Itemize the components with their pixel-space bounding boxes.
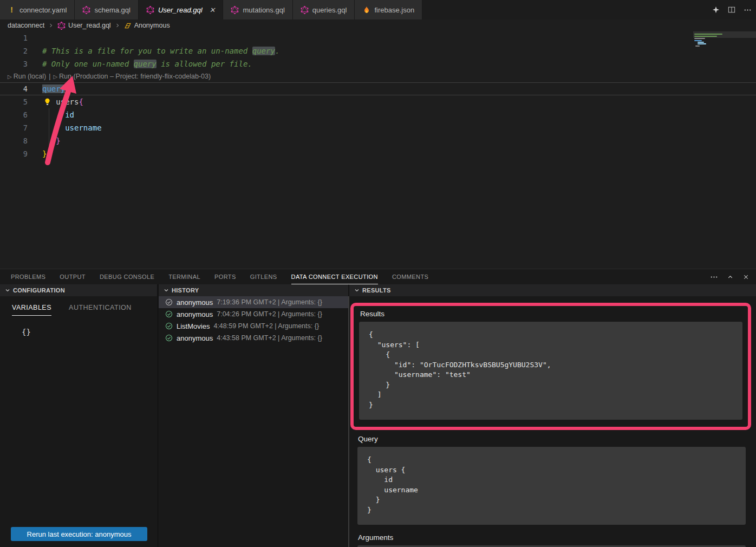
line-number: 5 bbox=[0, 95, 35, 108]
code-line-8[interactable]: 8 } bbox=[0, 134, 756, 147]
close-panel-icon[interactable] bbox=[742, 274, 750, 281]
variables-value[interactable]: {} bbox=[22, 328, 157, 336]
graphql-icon bbox=[301, 6, 309, 14]
tab-queries-gql[interactable]: queries.gql bbox=[293, 0, 355, 19]
check-circle-icon bbox=[165, 334, 173, 342]
breadcrumb-item-user_read-gql[interactable]: User_read.gql bbox=[57, 22, 111, 30]
minimap-mark bbox=[694, 38, 705, 39]
code-line-1[interactable]: 1 bbox=[0, 31, 756, 44]
breadcrumb-item-anonymous[interactable]: Anonymous bbox=[124, 22, 170, 29]
codelens: ▷Run (local)|▷Run (Production – Project:… bbox=[0, 70, 756, 82]
config-tab-variables[interactable]: VARIABLES bbox=[12, 304, 51, 316]
query-code: { users { id username } } bbox=[367, 455, 736, 515]
config-tab-authentication[interactable]: AUTHENTICATION bbox=[69, 304, 132, 316]
close-icon[interactable]: ✕ bbox=[210, 6, 216, 14]
rerun-button[interactable]: Rerun last execution: anonymous bbox=[11, 527, 147, 541]
execution-name: anonymous bbox=[177, 310, 213, 318]
editor-tab-bar: !connector.yamlschema.gqlUser_read.gql✕m… bbox=[0, 0, 756, 19]
panel-tab-gitlens[interactable]: GITLENS bbox=[250, 269, 277, 284]
tab-label: queries.gql bbox=[312, 6, 347, 14]
chevron-down-icon bbox=[163, 287, 170, 294]
tab-connector-yaml[interactable]: !connector.yaml bbox=[0, 0, 75, 19]
run-production-link[interactable]: Run (Production – Project: friendly-flix… bbox=[59, 73, 211, 80]
panel-tab-ports[interactable]: PORTS bbox=[214, 269, 236, 284]
tab-firebase-json[interactable]: firebase.json bbox=[355, 0, 422, 19]
arguments-label: Arguments bbox=[358, 533, 756, 542]
configuration-section-header[interactable]: CONFIGURATION bbox=[0, 284, 159, 296]
line-number: 2 bbox=[0, 44, 35, 57]
code-text: users{ bbox=[35, 95, 83, 108]
tab-label: connector.yaml bbox=[19, 6, 67, 14]
history-item[interactable]: anonymous7:04:26 PM GMT+2 | Arguments: {… bbox=[159, 308, 348, 320]
results-panel: Results { "users": [ { "id": "OrTucFODZH… bbox=[349, 296, 756, 547]
configuration-panel: VARIABLESAUTHENTICATION {} Rerun last ex… bbox=[0, 296, 159, 547]
execution-name: anonymous bbox=[177, 334, 213, 342]
panel-tab-data-connect-execution[interactable]: DATA CONNECT EXECUTION bbox=[291, 269, 378, 284]
line-number: 6 bbox=[0, 108, 35, 121]
code-line-5[interactable]: 5 users{ bbox=[0, 95, 756, 108]
results-title: RESULTS bbox=[362, 287, 391, 294]
code-text: # Only one un-named query is allowed per… bbox=[35, 57, 252, 70]
check-circle-icon bbox=[165, 322, 173, 330]
code-line-6[interactable]: 6 id bbox=[0, 108, 756, 121]
flame-icon bbox=[362, 6, 370, 14]
graphql-icon bbox=[82, 6, 90, 14]
panel-tab-debug-console[interactable]: DEBUG CONSOLE bbox=[100, 269, 154, 284]
code-text: } bbox=[35, 134, 61, 147]
copilot-icon[interactable] bbox=[712, 6, 720, 14]
breadcrumb-item-dataconnect[interactable]: dataconnect bbox=[8, 22, 44, 29]
code-line-9[interactable]: 9} bbox=[0, 147, 756, 160]
annotation-highlight-box: Results { "users": [ { "id": "OrTucFODZH… bbox=[350, 303, 751, 430]
graphql-icon bbox=[57, 22, 66, 30]
graphql-icon bbox=[146, 6, 154, 14]
panel-tab-output[interactable]: OUTPUT bbox=[60, 269, 86, 284]
minimap-mark bbox=[694, 36, 717, 37]
more-actions-icon[interactable] bbox=[744, 6, 752, 14]
panel-more-actions-icon[interactable] bbox=[710, 273, 718, 281]
execution-meta: 4:48:59 PM GMT+2 | Arguments: {} bbox=[213, 322, 319, 330]
breadcrumb-label: dataconnect bbox=[8, 22, 44, 29]
minimap-mark bbox=[695, 45, 700, 47]
history-panel: anonymous7:19:36 PM GMT+2 | Arguments: {… bbox=[159, 296, 349, 547]
code-text: # This is a file for you to write an un-… bbox=[35, 44, 279, 57]
line-number: 8 bbox=[0, 134, 35, 147]
chevron-right-icon bbox=[48, 22, 54, 29]
code-editor[interactable]: 12# This is a file for you to write an u… bbox=[0, 31, 756, 269]
panel-tab-problems[interactable]: PROBLEMS bbox=[11, 269, 45, 284]
history-item[interactable]: anonymous4:43:58 PM GMT+2 | Arguments: {… bbox=[159, 332, 348, 344]
minimap[interactable] bbox=[693, 31, 756, 38]
code-line-3[interactable]: 3# Only one un-named query is allowed pe… bbox=[0, 57, 756, 70]
split-editor-icon[interactable] bbox=[728, 6, 735, 14]
results-section-header[interactable]: RESULTS bbox=[349, 284, 756, 296]
run-local-link[interactable]: Run (local) bbox=[14, 73, 46, 80]
history-section-header[interactable]: HISTORY bbox=[159, 284, 349, 296]
tab-schema-gql[interactable]: schema.gql bbox=[75, 0, 138, 19]
tab-mutations-gql[interactable]: mutations.gql bbox=[223, 0, 292, 19]
check-circle-icon bbox=[165, 310, 173, 318]
query-block: { users { id username } } bbox=[357, 447, 746, 525]
code-text: username bbox=[35, 121, 102, 134]
results-json-block: { "users": [ { "id": "OrTucFODZHTksvBSBU… bbox=[359, 322, 742, 420]
maximize-panel-icon[interactable] bbox=[727, 274, 734, 281]
code-line-4[interactable]: 4query { bbox=[0, 82, 756, 95]
lightbulb-icon[interactable] bbox=[44, 98, 51, 106]
codelens-separator: | bbox=[49, 73, 50, 80]
minimap-mark bbox=[694, 40, 702, 41]
vscode-window: !connector.yamlschema.gqlUser_read.gql✕m… bbox=[0, 0, 756, 547]
panel-tab-comments[interactable]: COMMENTS bbox=[392, 269, 428, 284]
code-line-2[interactable]: 2# This is a file for you to write an un… bbox=[0, 44, 756, 57]
execution-meta: 7:19:36 PM GMT+2 | Arguments: {} bbox=[217, 298, 322, 306]
check-circle-icon bbox=[165, 298, 173, 306]
history-item[interactable]: ListMovies4:48:59 PM GMT+2 | Arguments: … bbox=[159, 320, 348, 332]
chevron-down-icon bbox=[354, 287, 360, 294]
history-title: HISTORY bbox=[172, 287, 199, 294]
code-text: } bbox=[35, 147, 47, 160]
code-line-7[interactable]: 7 username bbox=[0, 121, 756, 134]
query-label: Query bbox=[358, 435, 756, 443]
minimap-mark bbox=[698, 42, 704, 43]
tab-user_read-gql[interactable]: User_read.gql✕ bbox=[139, 0, 224, 19]
bottom-panel: PROBLEMSOUTPUTDEBUG CONSOLETERMINALPORTS… bbox=[0, 269, 756, 547]
history-item[interactable]: anonymous7:19:36 PM GMT+2 | Arguments: {… bbox=[159, 296, 348, 308]
panel-tab-terminal[interactable]: TERMINAL bbox=[168, 269, 200, 284]
execution-meta: 4:43:58 PM GMT+2 | Arguments: {} bbox=[217, 334, 322, 342]
